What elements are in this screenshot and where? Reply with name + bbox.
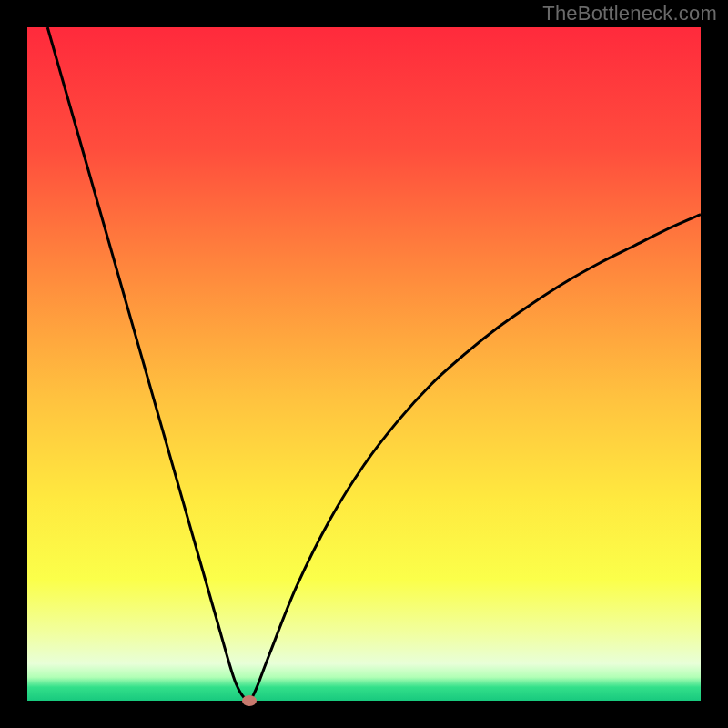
- bottleneck-curve: [47, 27, 701, 701]
- plot-area: [27, 27, 701, 701]
- watermark-text: TheBottleneck.com: [542, 2, 717, 25]
- curve-layer: [27, 27, 701, 701]
- optimal-point-marker: [242, 695, 257, 706]
- chart-container: TheBottleneck.com: [0, 0, 728, 728]
